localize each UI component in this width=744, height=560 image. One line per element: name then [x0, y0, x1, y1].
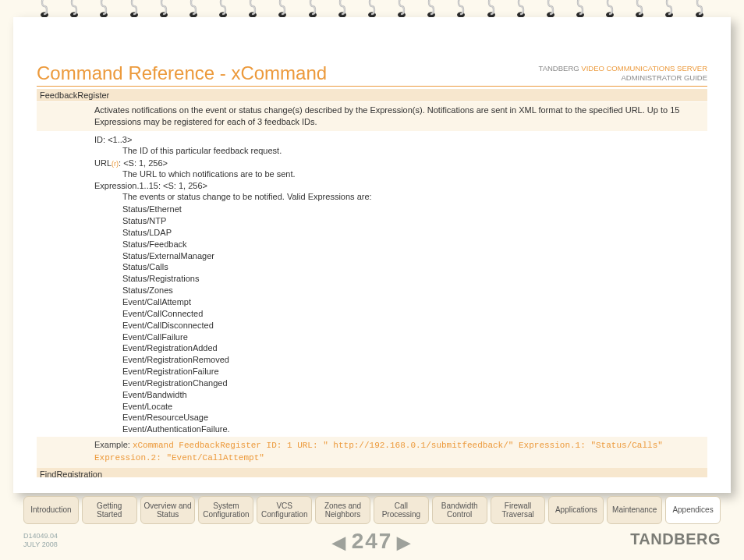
prev-page-arrow-icon[interactable]: ◀	[332, 533, 347, 553]
tandberg-logo: TANDBERG	[630, 530, 721, 548]
param-desc: The URL to which notifications are to be…	[94, 168, 707, 180]
tab-applications[interactable]: Applications	[548, 496, 604, 524]
tab-introduction[interactable]: Introduction	[23, 496, 79, 524]
list-item: Event/RegistrationChanged	[122, 377, 707, 389]
param-desc: The ID of this particular feedback reque…	[94, 145, 707, 157]
list-item: Event/CallDisconnected	[122, 320, 707, 331]
page-footer: D14049.04 JULY 2008 ◀247▶ TANDBERG	[23, 529, 721, 555]
next-page-arrow-icon[interactable]: ▶	[397, 533, 412, 553]
example-row: Example: xCommand FeedbackRegister ID: 1…	[37, 437, 707, 468]
list-item: Status/ExternalManager	[122, 250, 707, 262]
tab-system-configuration[interactable]: System Configuration	[198, 496, 253, 524]
pager: ◀247▶	[23, 529, 721, 554]
list-item: Status/Zones	[122, 285, 707, 296]
list-item: Event/RegistrationFailure	[122, 366, 707, 377]
list-item: Event/CallAttempt	[122, 296, 707, 308]
list-item: Event/CallConnected	[122, 308, 707, 320]
param-head: URL(r): <S: 1, 256>	[94, 158, 707, 168]
reference-body: FeedbackRegisterActivates notifications …	[37, 89, 707, 477]
list-item: Status/Ethernet	[122, 204, 707, 215]
tab-overview-and-status[interactable]: Overview and Status	[140, 496, 196, 524]
list-item: Event/Bandwidth	[122, 389, 707, 401]
page-number: 247	[352, 529, 393, 553]
list-item: Event/Locate	[122, 401, 707, 413]
list-item: Status/Feedback	[122, 239, 707, 250]
param-desc: The events or status change to be notifi…	[94, 191, 707, 203]
tab-getting-started[interactable]: Getting Started	[82, 496, 137, 524]
tab-vcs-configuration[interactable]: VCS Configuration	[257, 496, 312, 524]
list-item: Status/Calls	[122, 261, 707, 273]
tab-firewall-traversal[interactable]: Firewall Traversal	[491, 496, 546, 524]
list-item: Event/AuthenticationFailure.	[122, 424, 707, 435]
list-item: Event/RegistrationRemoved	[122, 354, 707, 366]
list-item: Status/NTP	[122, 215, 707, 227]
command-name: FindRegistration	[37, 468, 707, 477]
tab-maintenance[interactable]: Maintenance	[607, 496, 662, 524]
tab-bandwidth-control[interactable]: Bandwidth Control	[432, 496, 487, 524]
list-item: Event/ResourceUsage	[122, 412, 707, 424]
list-item: Event/CallFailure	[122, 331, 707, 343]
command-name: FeedbackRegister	[37, 89, 707, 101]
list-item: Event/RegistrationAdded	[122, 342, 707, 354]
nav-tabs: IntroductionGetting StartedOverview and …	[23, 496, 721, 524]
param-head: ID: <1..3>	[94, 135, 707, 144]
tab-appendices[interactable]: Appendices	[665, 496, 721, 524]
command-desc: Activates notifications on the event or …	[37, 102, 707, 131]
page-sheet: Command Reference - xCommand TANDBERG VI…	[13, 17, 731, 493]
list-item: Status/LDAP	[122, 227, 707, 239]
brand-block: TANDBERG VIDEO COMMUNICATIONS SERVER ADM…	[539, 64, 707, 83]
valid-expression-list: Status/EthernetStatus/NTPStatus/LDAPStat…	[94, 204, 707, 435]
param-block: ID: <1..3>The ID of this particular feed…	[37, 132, 707, 435]
param-head: Expression.1..15: <S: 1, 256>	[94, 181, 707, 190]
tab-zones-and-neighbors[interactable]: Zones and Neighbors	[315, 496, 370, 524]
list-item: Status/Registrations	[122, 273, 707, 285]
tab-call-processing[interactable]: Call Processing	[374, 496, 429, 524]
